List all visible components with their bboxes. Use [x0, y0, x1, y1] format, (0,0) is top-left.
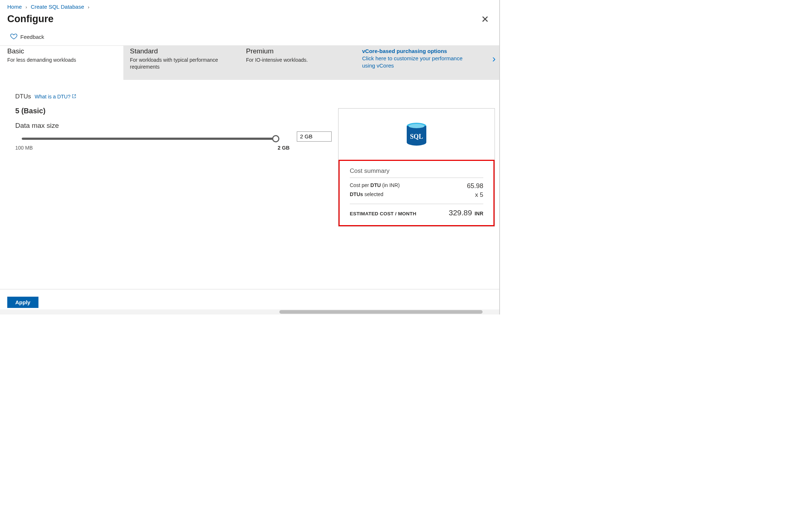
slider-min-label: 100 MB — [15, 145, 33, 151]
close-button[interactable]: ✕ — [481, 15, 489, 24]
scrollbar-thumb[interactable] — [279, 310, 483, 314]
tier-standard[interactable]: Standard For workloads with typical perf… — [123, 46, 239, 80]
tier-basic-title: Basic — [7, 47, 117, 55]
breadcrumb-home[interactable]: Home — [7, 4, 22, 10]
close-icon: ✕ — [481, 14, 489, 25]
page-title: Configure — [7, 13, 54, 25]
heart-icon — [10, 33, 17, 41]
divider — [350, 204, 483, 204]
vcore-text: Click here to customize your performance… — [362, 55, 467, 70]
dtus-label: DTUs — [15, 93, 31, 100]
apply-button[interactable]: Apply — [7, 297, 38, 308]
external-link-icon — [72, 94, 76, 99]
dtus-selected-label: DTUs selected — [350, 191, 384, 199]
cost-summary-highlight: Cost summary Cost per DTU (in INR) 65.98… — [339, 160, 495, 226]
tier-premium-desc: For IO-intensive workloads. — [246, 57, 337, 64]
feedback-link[interactable]: Feedback — [0, 28, 499, 46]
svg-text:SQL: SQL — [410, 133, 423, 140]
cost-per-dtu-value: 65.98 — [467, 182, 483, 190]
what-is-dtu-link[interactable]: What is a DTU? — [34, 94, 76, 99]
data-max-size-slider[interactable] — [22, 138, 276, 140]
sql-icon: SQL — [349, 122, 484, 150]
vcore-heading: vCore-based purchasing options — [362, 48, 467, 54]
breadcrumb-separator: › — [88, 4, 89, 10]
chevron-right-icon: › — [492, 53, 496, 65]
tier-premium[interactable]: Premium For IO-intensive workloads. — [239, 46, 356, 80]
estimated-cost-currency: INR — [475, 211, 483, 216]
horizontal-scrollbar[interactable] — [0, 309, 499, 314]
what-is-dtu-text: What is a DTU? — [34, 94, 70, 99]
svg-point-2 — [409, 124, 425, 128]
tier-basic-desc: For less demanding workloads — [7, 57, 98, 64]
tier-standard-title: Standard — [130, 47, 233, 55]
estimated-cost-value: 329.89 — [449, 208, 472, 217]
divider — [350, 178, 483, 178]
breadcrumb-separator: › — [25, 4, 27, 10]
feedback-label: Feedback — [20, 34, 44, 40]
tier-vcore-link[interactable]: vCore-based purchasing options Click her… — [356, 46, 499, 80]
cost-summary-card: SQL Cost summary Cost per DTU (in INR) 6… — [338, 108, 495, 227]
breadcrumb: Home › Create SQL Database › — [0, 0, 499, 12]
tier-premium-title: Premium — [246, 47, 349, 55]
tier-basic[interactable]: Basic For less demanding workloads — [7, 46, 123, 80]
cost-summary-title: Cost summary — [350, 167, 483, 175]
breadcrumb-create-sql[interactable]: Create SQL Database — [31, 4, 84, 10]
cost-per-dtu-label: Cost per DTU (in INR) — [350, 182, 400, 190]
slider-max-label: 2 GB — [278, 145, 290, 151]
slider-thumb[interactable] — [272, 135, 279, 142]
data-max-size-input[interactable] — [297, 131, 332, 142]
tier-standard-desc: For workloads with typical performance r… — [130, 57, 221, 70]
dtus-selected-value: x 5 — [475, 191, 483, 199]
estimated-cost-label: ESTIMATED COST / MONTH — [350, 211, 416, 216]
